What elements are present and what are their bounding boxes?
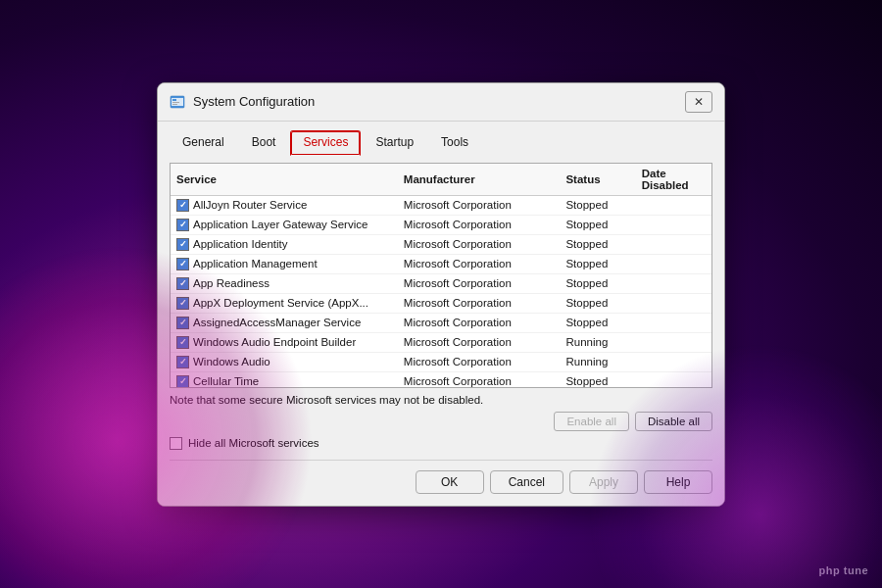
service-date [636,273,711,293]
table-row[interactable]: Application IdentityMicrosoft Corporatio… [171,234,711,254]
service-checkbox-0[interactable] [176,199,189,212]
services-table: Service Manufacturer Status Date Disable… [171,164,711,388]
col-header-status[interactable]: Status [560,164,635,196]
ok-button[interactable]: OK [416,470,484,494]
service-date [636,352,711,371]
table-row[interactable]: App ReadinessMicrosoft CorporationStoppe… [171,273,711,293]
service-manufacturer: Microsoft Corporation [398,371,561,388]
tab-bar: General Boot Services Startup Tools [158,122,724,155]
service-date [636,293,711,313]
svg-rect-2 [172,99,176,101]
service-checkbox-6[interactable] [176,317,189,329]
col-header-manufacturer[interactable]: Manufacturer [398,164,561,196]
service-name: Windows Audio [193,356,270,368]
service-date [636,215,711,234]
col-header-service[interactable]: Service [171,164,398,196]
service-checkbox-2[interactable] [176,238,189,251]
service-manufacturer: Microsoft Corporation [398,215,561,234]
service-name: Application Management [193,258,318,270]
service-name: App Readiness [193,277,270,289]
service-status: Stopped [560,293,635,313]
service-date [636,234,711,254]
service-manufacturer: Microsoft Corporation [398,254,561,273]
service-status: Stopped [560,254,635,273]
service-name: Application Layer Gateway Service [193,219,368,230]
table-header-row: Service Manufacturer Status Date Disable… [171,164,711,196]
disable-all-button[interactable]: Disable all [635,412,712,431]
service-manufacturer: Microsoft Corporation [398,293,561,313]
service-status: Running [560,332,635,352]
dialog-title: System Configuration [193,94,685,109]
service-manufacturer: Microsoft Corporation [398,313,561,332]
service-status: Stopped [560,215,635,234]
watermark: php tune [819,564,868,576]
service-date [636,195,711,215]
service-manufacturer: Microsoft Corporation [398,332,561,352]
tab-boot[interactable]: Boot [239,130,289,156]
dialog-content: Service Manufacturer Status Date Disable… [158,155,724,506]
table-row[interactable]: Application Layer Gateway ServiceMicroso… [171,215,711,234]
service-manufacturer: Microsoft Corporation [398,195,561,215]
hide-ms-checkbox[interactable] [170,437,182,450]
service-checkbox-7[interactable] [176,336,189,349]
service-status: Stopped [560,313,635,332]
service-date [636,371,711,388]
service-status: Stopped [560,273,635,293]
apply-button[interactable]: Apply [569,470,638,494]
tab-tools[interactable]: Tools [428,130,481,156]
col-header-date[interactable]: Date Disabled [636,164,711,196]
table-row[interactable]: Application ManagementMicrosoft Corporat… [171,254,711,273]
table-row[interactable]: Cellular TimeMicrosoft CorporationStoppe… [171,371,711,388]
svg-rect-4 [172,104,177,105]
services-table-container[interactable]: Service Manufacturer Status Date Disable… [170,163,712,388]
service-checkbox-4[interactable] [176,277,189,290]
title-bar: System Configuration ✕ [158,83,724,122]
service-date [636,313,711,332]
service-name: AssignedAccessManager Service [193,317,361,328]
close-button[interactable]: ✕ [685,91,712,113]
table-row[interactable]: AssignedAccessManager ServiceMicrosoft C… [171,313,711,332]
service-checkbox-5[interactable] [176,297,189,310]
tab-general[interactable]: General [170,130,237,156]
hide-ms-row: Hide all Microsoft services [170,437,712,450]
service-name: AllJoyn Router Service [193,199,307,211]
service-name: Application Identity [193,238,288,250]
action-row: Enable all Disable all [170,412,712,431]
svg-rect-3 [172,102,179,103]
hide-ms-label: Hide all Microsoft services [188,437,319,449]
service-manufacturer: Microsoft Corporation [398,273,561,293]
service-date [636,254,711,273]
tab-services[interactable]: Services [290,130,361,156]
service-date [636,332,711,352]
service-manufacturer: Microsoft Corporation [398,352,561,371]
dialog-icon [170,94,185,110]
service-checkbox-3[interactable] [176,258,189,270]
service-status: Stopped [560,371,635,388]
service-manufacturer: Microsoft Corporation [398,234,561,254]
service-name: AppX Deployment Service (AppX... [193,297,368,309]
service-checkbox-9[interactable] [176,375,189,388]
tab-startup[interactable]: Startup [363,130,426,156]
service-status: Running [560,352,635,371]
service-checkbox-1[interactable] [176,219,189,231]
service-status: Stopped [560,195,635,215]
help-button[interactable]: Help [644,470,712,494]
system-config-dialog: System Configuration ✕ General Boot Serv… [157,82,725,507]
table-row[interactable]: AppX Deployment Service (AppX...Microsof… [171,293,711,313]
service-checkbox-8[interactable] [176,356,189,368]
table-row[interactable]: Windows AudioMicrosoft CorporationRunnin… [171,352,711,371]
cancel-button[interactable]: Cancel [490,470,564,494]
table-row[interactable]: Windows Audio Endpoint BuilderMicrosoft … [171,332,711,352]
service-status: Stopped [560,234,635,254]
enable-all-button[interactable]: Enable all [554,412,629,431]
note-text: Note that some secure Microsoft services… [170,394,712,406]
table-row[interactable]: AllJoyn Router ServiceMicrosoft Corporat… [171,195,711,215]
bottom-buttons: OK Cancel Apply Help [170,460,712,494]
service-name: Cellular Time [193,375,259,387]
service-name: Windows Audio Endpoint Builder [193,336,356,348]
